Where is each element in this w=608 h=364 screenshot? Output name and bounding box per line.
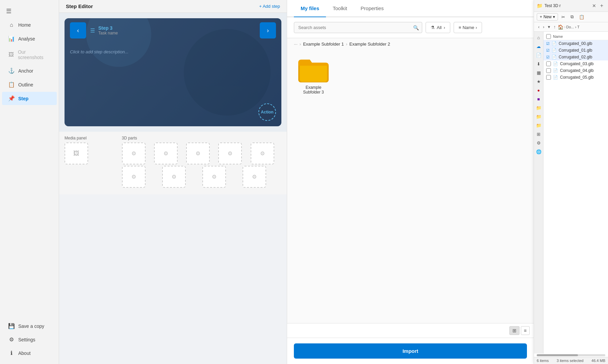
cut-button[interactable]: ✂: [559, 14, 567, 21]
list-view-icon: ≡: [524, 328, 527, 333]
sidebar-item-about[interactable]: ℹ About: [2, 346, 57, 360]
breadcrumb-sep-0: ›: [300, 42, 301, 47]
tab-my-files[interactable]: My files: [294, 0, 326, 17]
sidebar-item-outline[interactable]: 📋 Outline: [2, 78, 57, 91]
select-all-checkbox[interactable]: [546, 34, 551, 39]
3d-slot-5[interactable]: ⚙: [122, 166, 146, 188]
nav-dropdown-button[interactable]: ▾: [547, 24, 552, 30]
step-name-container: Step 3 Task name: [98, 25, 118, 35]
explorer-folder-yellow-3[interactable]: 📁: [535, 122, 542, 129]
media-panel-label: Media panel: [65, 136, 118, 140]
search-input[interactable]: [294, 22, 422, 33]
file-grid: Example Subfolder 3: [287, 50, 534, 323]
sidebar-item-anchor[interactable]: ⚓ Anchor: [2, 64, 57, 77]
breadcrumb-sep-1: ›: [346, 42, 347, 47]
3d-icon: ⚙: [172, 174, 176, 180]
file-checkbox-5[interactable]: [546, 75, 551, 80]
explorer-table-icon[interactable]: ▦: [535, 69, 542, 76]
explorer-folder-yellow-1[interactable]: 📁: [535, 104, 542, 111]
folder-icon: [298, 58, 329, 82]
tabs-header: My files Toolkit Properties: [287, 0, 534, 17]
sort-icon: ≡: [459, 25, 461, 30]
step-card-container: ‹ ☰ Step 3 Task name › Click to add step…: [59, 13, 287, 132]
file-checkbox-4[interactable]: [546, 68, 551, 73]
3d-slot-2[interactable]: ⚙: [186, 142, 210, 164]
breadcrumb-dots[interactable]: ···: [294, 42, 298, 47]
3d-slot-1[interactable]: ⚙: [154, 142, 178, 164]
glb-file-icon-5: 📄: [553, 75, 558, 80]
explorer-scrollbar[interactable]: [537, 354, 605, 356]
tab-toolkit[interactable]: Toolkit: [326, 0, 354, 17]
3d-slot-6[interactable]: ⚙: [162, 166, 186, 188]
sidebar-item-step[interactable]: 📌 Step: [2, 92, 57, 105]
import-button[interactable]: Import: [294, 343, 527, 359]
explorer-star-icon[interactable]: ★: [535, 78, 542, 85]
explorer-folder-yellow-2[interactable]: 📁: [535, 113, 542, 120]
explorer-new-tab-button[interactable]: +: [598, 2, 605, 9]
breadcrumb-item-2[interactable]: Example Subfolder 2: [349, 42, 390, 47]
file-item-0[interactable]: ☑ 📄 Corrugated_00.glb: [543, 40, 608, 47]
sidebar-item-settings[interactable]: ⚙ Settings: [2, 333, 57, 346]
3d-slot-0[interactable]: ⚙: [122, 142, 146, 164]
name-sort-button[interactable]: ≡ Name ›: [454, 22, 482, 33]
file-item-5[interactable]: 📄 Corrugated_05.glb: [543, 74, 608, 81]
paste-button[interactable]: 📋: [577, 14, 586, 21]
check-icon-0: ☑: [546, 42, 550, 46]
media-slot-0[interactable]: 🖼: [65, 142, 88, 164]
explorer-new-button[interactable]: + New ▾: [537, 13, 558, 21]
explorer-purple-icon[interactable]: ■: [535, 95, 542, 103]
breadcrumb: ··· › Example Subfolder 1 › Example Subf…: [287, 38, 534, 50]
file-item-2[interactable]: ☑ 📄 Corrugated_02.glb: [543, 54, 608, 60]
step-next-button[interactable]: ›: [260, 22, 276, 38]
list-view-button[interactable]: ≡: [521, 326, 530, 335]
3d-slot-3[interactable]: ⚙: [218, 142, 242, 164]
explorer-files-icon[interactable]: 📄: [535, 51, 542, 59]
file-item-4[interactable]: 📄 Corrugated_04.glb: [543, 67, 608, 74]
3d-slot-4[interactable]: ⚙: [251, 142, 274, 164]
nav-back-button[interactable]: ‹: [537, 24, 541, 30]
3d-icon: ⚙: [196, 150, 200, 157]
import-btn-row: Import: [287, 338, 534, 364]
step-task-name: Task name: [98, 31, 118, 35]
explorer-download-icon[interactable]: ⬇: [535, 60, 542, 68]
3d-slot-7[interactable]: ⚙: [202, 166, 226, 188]
3d-grid-row1: ⚙ ⚙ ⚙ ⚙ ⚙: [122, 142, 282, 164]
explorer-cloud2-icon[interactable]: 🌐: [535, 148, 542, 155]
folder-item-example-subfolder-3[interactable]: Example Subfolder 3: [294, 55, 333, 97]
nav-forward-button[interactable]: ›: [541, 24, 546, 30]
explorer-sidebar-icons: ⌂ ☁ 📄 ⬇ ▦ ★ ● ■ 📁 📁 📁 ⊞ ⚙ 🌐: [534, 32, 543, 354]
action-badge[interactable]: Action: [258, 103, 276, 121]
step-description[interactable]: Click to add step description...: [65, 43, 281, 68]
explorer-grid-icon[interactable]: ⊞: [535, 130, 542, 138]
outline-icon: 📋: [8, 81, 15, 88]
sidebar-item-home[interactable]: ⌂ Home: [2, 19, 57, 31]
column-header-name: Name: [553, 34, 563, 38]
sidebar-item-analyse[interactable]: 📊 Analyse: [2, 32, 57, 45]
media-row: Media panel 🖼 3D parts ⚙ ⚙ ⚙: [65, 136, 281, 188]
3d-icon: ⚙: [131, 174, 136, 180]
file-checkbox-3[interactable]: [546, 61, 551, 66]
file-item-3[interactable]: 📄 Corrugated_03.glb: [543, 60, 608, 67]
tab-properties[interactable]: Properties: [354, 0, 390, 17]
explorer-home-side-icon[interactable]: ⌂: [535, 34, 542, 41]
step-prev-button[interactable]: ‹: [70, 22, 86, 38]
explorer-onedrive-icon[interactable]: ☁: [535, 43, 542, 50]
add-step-button[interactable]: + Add step: [259, 4, 280, 9]
glb-file-icon-4: 📄: [553, 68, 558, 73]
breadcrumb-item-1[interactable]: Example Subfolder 1: [303, 42, 344, 47]
glb-file-icon-3: 📄: [553, 61, 558, 66]
explorer-close-button[interactable]: ✕: [591, 2, 598, 9]
3d-slot-8[interactable]: ⚙: [243, 166, 266, 188]
file-item-1[interactable]: ☑ 📄 Corrugated_01.glb: [543, 47, 608, 54]
nav-up-button[interactable]: ↑: [552, 24, 557, 30]
anchor-icon: ⚓: [8, 68, 15, 74]
grid-view-button[interactable]: ⊞: [509, 326, 520, 335]
hamburger-menu-icon[interactable]: ☰: [0, 4, 59, 18]
copy-button[interactable]: ⧉: [568, 13, 576, 21]
add-step-label: + Add step: [259, 4, 280, 9]
analyse-icon: 📊: [8, 35, 15, 42]
sidebar-item-save-copy[interactable]: 💾 Save a copy: [2, 319, 57, 333]
filter-button[interactable]: ⚗ All ›: [426, 22, 450, 33]
explorer-red-icon[interactable]: ●: [535, 86, 542, 94]
explorer-app-icon[interactable]: ⚙: [535, 139, 542, 147]
